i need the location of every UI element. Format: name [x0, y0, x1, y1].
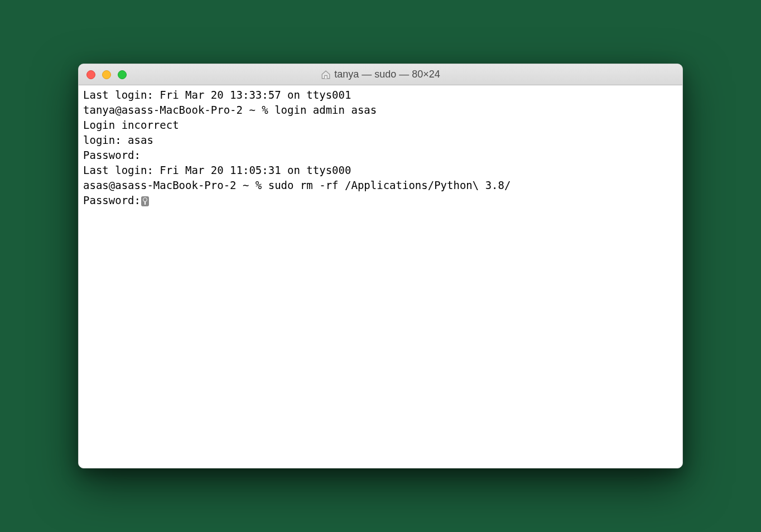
terminal-line: tanya@asass-MacBook-Pro-2 ~ % login admi… [83, 103, 678, 118]
maximize-button[interactable] [118, 70, 127, 79]
terminal-line: Last login: Fri Mar 20 11:05:31 on ttys0… [83, 163, 678, 178]
terminal-window: tanya — sudo — 80×24 Last login: Fri Mar… [78, 64, 683, 468]
terminal-line: asas@asass-MacBook-Pro-2 ~ % sudo rm -rf… [83, 178, 678, 193]
close-button[interactable] [86, 70, 95, 79]
window-title-container: tanya — sudo — 80×24 [79, 69, 682, 80]
home-icon [321, 70, 331, 80]
titlebar[interactable]: tanya — sudo — 80×24 [79, 64, 682, 85]
terminal-content[interactable]: Last login: Fri Mar 20 13:33:57 on ttys0… [79, 85, 682, 468]
terminal-line: Password: [83, 148, 678, 163]
terminal-line: login: asas [83, 133, 678, 148]
minimize-button[interactable] [102, 70, 111, 79]
password-prompt-text: Password: [83, 194, 141, 206]
window-title: tanya — sudo — 80×24 [334, 69, 440, 80]
terminal-line: Login incorrect [83, 118, 678, 133]
terminal-line: Last login: Fri Mar 20 13:33:57 on ttys0… [83, 88, 678, 103]
traffic-lights [79, 70, 127, 79]
key-icon [141, 196, 149, 206]
terminal-line: Password: [83, 193, 678, 208]
